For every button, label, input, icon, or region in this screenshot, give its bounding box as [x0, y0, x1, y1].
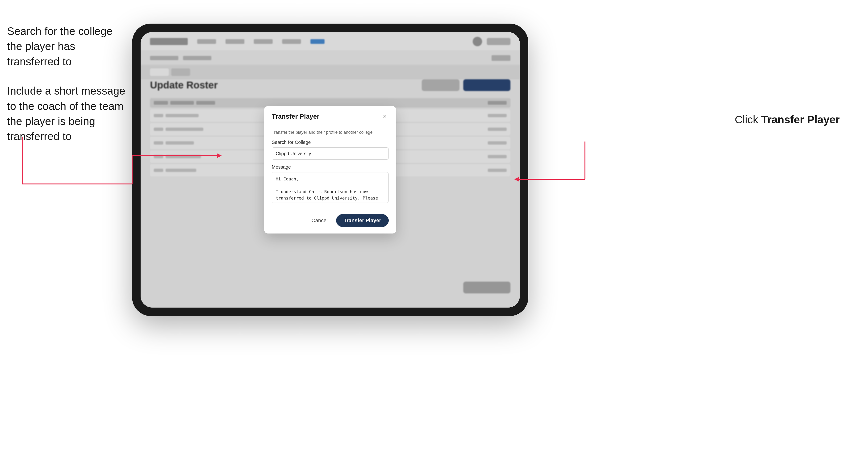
modal-subtitle: Transfer the player and their profile to…	[272, 130, 389, 135]
modal-header: Transfer Player ×	[264, 106, 396, 124]
modal-footer: Cancel Transfer Player	[264, 210, 396, 234]
left-annotations: Search for the college the player has tr…	[7, 24, 130, 158]
modal-body: Transfer the player and their profile to…	[264, 124, 396, 210]
tablet-device: Update Roster	[132, 24, 528, 316]
annotation-message-text: Include a short message to the coach of …	[7, 83, 130, 144]
annotation-click-text: Click Transfer Player	[735, 113, 840, 126]
transfer-player-button[interactable]: Transfer Player	[336, 214, 389, 227]
right-annotation: Click Transfer Player	[735, 113, 840, 126]
cancel-button[interactable]: Cancel	[307, 215, 332, 226]
modal-title: Transfer Player	[272, 113, 319, 120]
annotation-click-bold: Transfer Player	[762, 114, 840, 126]
modal-close-button[interactable]: ×	[381, 113, 389, 120]
search-college-label: Search for College	[272, 139, 389, 145]
search-college-input[interactable]	[272, 148, 389, 160]
modal-overlay: Transfer Player × Transfer the player an…	[141, 32, 520, 308]
tablet-screen: Update Roster	[141, 32, 520, 308]
message-textarea[interactable]: Hi Coach, I understand Chris Robertson h…	[272, 172, 389, 203]
annotation-search-text: Search for the college the player has tr…	[7, 24, 130, 69]
transfer-player-modal: Transfer Player × Transfer the player an…	[264, 106, 396, 234]
message-label: Message	[272, 164, 389, 170]
